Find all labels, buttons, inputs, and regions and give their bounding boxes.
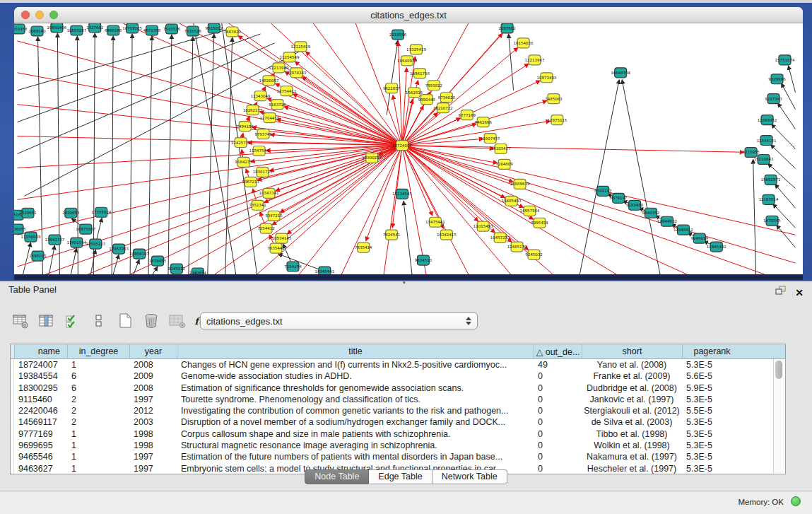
memory-ok-indicator-icon — [791, 496, 801, 506]
graph-node-label: 7635441 — [267, 246, 284, 250]
graph-node-label: 9245012 — [168, 267, 185, 271]
graph-edge — [402, 146, 687, 274]
graph-canvas[interactable]: 1650356206914020691406106532871327602646… — [14, 23, 803, 274]
graph-edge — [168, 35, 172, 274]
table-selector-dropdown[interactable]: citations_edges.txt — [200, 313, 478, 329]
graph-node-label: 1678345 — [763, 218, 780, 223]
graph-node-label: 9245019 — [691, 236, 709, 240]
table-row[interactable]: 969969511998Structural magnetic resonanc… — [11, 440, 785, 451]
scrollbar-thumb[interactable] — [775, 361, 782, 379]
column-header-out-degree[interactable]: △ out_de... — [534, 344, 582, 358]
table-row[interactable]: 946554611997Estimation of the future num… — [11, 451, 785, 462]
graph-node-label: 10944532 — [657, 219, 677, 223]
graph-edge — [112, 36, 113, 274]
table-cell: 1 — [67, 451, 129, 462]
graph-node-label: 9136055 — [14, 227, 26, 231]
graph-node-label: 9329966 — [768, 77, 786, 81]
table-cell: 18724007 — [14, 359, 67, 370]
graph-node-label: 2520651 — [19, 211, 36, 215]
close-window-button[interactable] — [21, 11, 30, 19]
graph-node-label: 15134545 — [392, 192, 412, 196]
table-panel-header: Table Panel ✕ — [0, 281, 812, 298]
minimize-window-button[interactable] — [35, 11, 44, 19]
table-cell: 5.3E-5 — [682, 451, 741, 462]
column-options-icon[interactable] — [37, 313, 56, 329]
delete-column-icon[interactable] — [142, 313, 160, 329]
graph-node-label: 18301725 — [253, 170, 273, 174]
graph-edge — [402, 146, 433, 216]
citation-network-graph[interactable]: 1650356206914020691406106532871327602646… — [14, 23, 803, 274]
column-header-in-degree[interactable]: in_degree — [67, 344, 129, 358]
graph-node-label: 7463822 — [224, 30, 241, 34]
graph-node-label: 7635414 — [355, 245, 372, 250]
graph-node-label: 10974343 — [287, 71, 307, 75]
table-row[interactable]: 1456911722003Disruption of a novel membe… — [11, 416, 785, 428]
graph-node-label: 12213949 — [269, 66, 289, 70]
table-options-icon[interactable] — [11, 313, 30, 329]
tab-node-table[interactable]: Node Table — [305, 469, 369, 484]
delete-table-icon[interactable] — [168, 313, 187, 329]
graph-edge — [18, 146, 402, 267]
graph-node-label: 6879197 — [610, 196, 628, 200]
table-cell: 9115460 — [14, 394, 67, 405]
table-row[interactable]: 2242004622012Investigating the contribut… — [11, 405, 785, 416]
table-cell: 0 — [534, 416, 582, 428]
table-vertical-scrollbar[interactable] — [773, 359, 784, 473]
graph-node-label: 12485173 — [507, 245, 527, 249]
column-header-title[interactable]: title — [177, 344, 534, 358]
close-panel-icon[interactable]: ✕ — [795, 287, 804, 298]
table-row[interactable]: 911546021997Tourette syndrome. Phenomeno… — [11, 394, 785, 405]
column-header-pagerank[interactable]: pagerank — [682, 344, 741, 358]
table-cell: 0 — [534, 451, 582, 462]
tab-network-table[interactable]: Network Table — [433, 469, 507, 484]
table-cell: 5.3E-5 — [682, 416, 741, 428]
zoom-window-button[interactable] — [49, 11, 58, 19]
table-row[interactable]: 1830029562008Estimation of significance … — [11, 382, 785, 394]
graph-edge — [18, 29, 229, 90]
float-panel-icon[interactable] — [775, 284, 787, 301]
graph-edge — [148, 36, 152, 274]
table-cell: 0 — [534, 440, 582, 451]
graph-node-label: 11547544 — [249, 148, 269, 153]
select-columns-icon[interactable] — [64, 313, 82, 329]
table-row[interactable]: 1872400712008Changes of HCN gene express… — [11, 359, 785, 370]
graph-node-label: 17957253 — [109, 247, 129, 251]
dropdown-stepper-icon — [466, 317, 471, 325]
graph-node-label: 1595015 — [29, 254, 46, 258]
column-header-name[interactable]: name — [14, 344, 67, 358]
graph-node-label: 12125419 — [291, 45, 311, 49]
network-window[interactable]: citations_edges.txt 16503562069140206914… — [14, 7, 803, 274]
table-header-row: name in_degree year title △ out_de... sh… — [11, 344, 785, 359]
table-cell: 49 — [534, 359, 582, 370]
graph-node-label: 6466160 — [105, 28, 122, 33]
table-tab-bar: Node Table Edge Table Network Table — [0, 469, 812, 484]
column-header-year[interactable]: year — [129, 344, 177, 358]
graph-node-label: 16103427 — [491, 146, 511, 151]
table-cell: 2012 — [129, 405, 177, 416]
graph-edge — [753, 159, 756, 274]
graph-node-label: 8215955 — [742, 150, 759, 154]
table-cell: 9777169 — [14, 428, 67, 440]
clear-selection-icon[interactable] — [90, 313, 108, 329]
graph-node-label: 10973493 — [537, 76, 557, 80]
graph-node-label: 9227343 — [765, 97, 782, 101]
graph-node-label: 7254412 — [257, 226, 274, 230]
graph-node-label: 10975887 — [76, 227, 95, 231]
table-cell: 9699695 — [14, 440, 67, 451]
graph-edge — [771, 145, 796, 169]
graph-edge — [777, 225, 796, 247]
graph-edge — [172, 146, 402, 274]
new-column-icon[interactable] — [116, 313, 134, 329]
tab-edge-table[interactable]: Edge Table — [369, 469, 432, 484]
graph-edge — [622, 80, 660, 274]
table-body: 1872400712008Changes of HCN gene express… — [11, 359, 785, 474]
table-cell: Corpus callosum shape and size in male p… — [177, 428, 534, 440]
graph-edge — [194, 23, 236, 274]
window-titlebar[interactable]: citations_edges.txt — [14, 7, 803, 23]
column-header-short[interactable]: short — [582, 344, 682, 358]
graph-edge — [782, 83, 796, 110]
table-cell: Stergiakouli et al. (2012) — [582, 405, 682, 416]
table-row[interactable]: 1938455462009Genome-wide association stu… — [11, 370, 785, 382]
graph-node-label: 10653287 — [66, 28, 86, 33]
table-row[interactable]: 977716911998Corpus callosum shape and si… — [11, 428, 785, 440]
